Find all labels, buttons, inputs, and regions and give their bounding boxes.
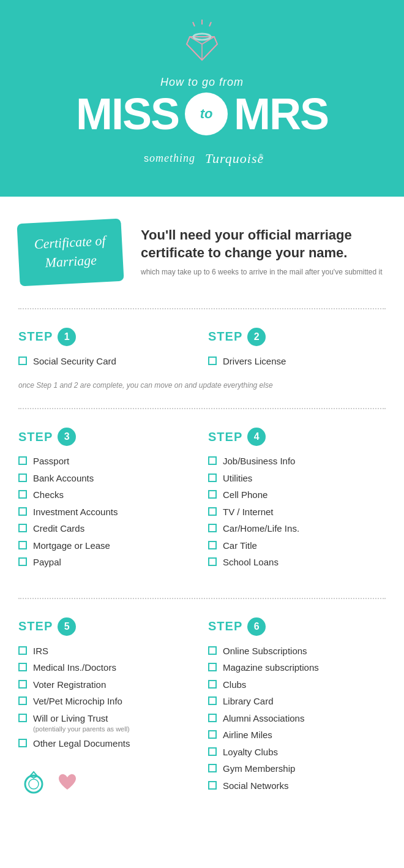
- checkbox-vet[interactable]: [18, 696, 27, 705]
- header-mrs: MRS: [234, 92, 328, 136]
- step-5-will-subtext: (potentially your parents as well): [33, 725, 130, 733]
- checkbox-legal[interactable]: [18, 739, 27, 747]
- step-6-alumni-text: Alumni Associations: [223, 712, 304, 725]
- step-3-item-investment: Investment Accounts: [18, 506, 196, 518]
- step-4-item-car-title: Car Title: [208, 540, 386, 552]
- step-6-number: 6: [247, 617, 266, 636]
- checkbox-loyalty[interactable]: [208, 747, 217, 756]
- step-5-medical-text: Medical Ins./Doctors: [33, 662, 116, 674]
- checkbox-utilities[interactable]: [208, 474, 217, 482]
- step-6-header: STEP 6: [208, 617, 386, 636]
- step-5-item-voter: Voter Registration: [18, 679, 196, 691]
- step-2-col: STEP 2 Drivers License: [208, 328, 386, 372]
- step-3-credit-text: Credit Cards: [33, 523, 84, 535]
- checkbox-cell-phone[interactable]: [208, 490, 217, 499]
- step-4-item-job: Job/Business Info: [208, 455, 386, 467]
- heart-icon: [56, 771, 78, 793]
- step-3-item-bank: Bank Accounts: [18, 472, 196, 485]
- step-2-item-1-text: Drivers License: [223, 355, 286, 368]
- svg-text:®: ®: [259, 153, 263, 159]
- step-6-label: STEP: [208, 619, 242, 633]
- step-4-item-utilities: Utilities: [208, 472, 386, 485]
- checkbox-checks[interactable]: [18, 490, 27, 499]
- step-5-irs-text: IRS: [33, 645, 48, 657]
- checkbox-paypal[interactable]: [18, 557, 27, 566]
- checkbox-voter[interactable]: [18, 680, 27, 689]
- checkbox-library[interactable]: [208, 696, 217, 705]
- step-6-library-text: Library Card: [223, 695, 274, 708]
- checkbox-medical[interactable]: [18, 663, 27, 671]
- step-6-gym-text: Gym Membership: [223, 763, 295, 775]
- checkbox-passport[interactable]: [18, 456, 27, 465]
- diamond-icon: [12, 18, 392, 70]
- step-6-item-clubs: Clubs: [208, 679, 386, 691]
- checkbox-clubs[interactable]: [208, 680, 217, 689]
- step-1-number: 1: [58, 328, 76, 346]
- checkbox-social-security[interactable]: [18, 357, 27, 365]
- header: How to go from MISS to MRS s omething Tu…: [0, 0, 404, 197]
- step-4-header: STEP 4: [208, 428, 386, 446]
- checkbox-school-loans[interactable]: [208, 557, 217, 566]
- brand-name: s omething Turquoise ®: [12, 147, 392, 172]
- step-6-magazine-text: Magazine subscriptions: [223, 662, 319, 674]
- checkbox-credit-cards[interactable]: [18, 524, 27, 532]
- step-4-item-insurance: Car/Home/Life Ins.: [208, 523, 386, 535]
- header-miss: MISS: [76, 92, 179, 136]
- step-3-investment-text: Investment Accounts: [33, 506, 118, 518]
- checkbox-investment[interactable]: [18, 507, 27, 516]
- checkbox-magazine[interactable]: [208, 663, 217, 671]
- step-6-col: STEP 6 Online Subscriptions Magazine sub…: [208, 617, 386, 798]
- checkbox-tv-internet[interactable]: [208, 507, 217, 516]
- checkbox-will[interactable]: [18, 714, 27, 722]
- steps-1-2-row: STEP 1 Social Security Card STEP 2 Drive…: [18, 328, 386, 372]
- cert-heading: You'll need your official marriage certi…: [141, 227, 386, 262]
- checkbox-social[interactable]: [208, 781, 217, 790]
- step-5-number: 5: [58, 617, 76, 636]
- checkbox-car-title[interactable]: [208, 541, 217, 549]
- certificate-section: Certificate of Marriage You'll need your…: [0, 197, 404, 308]
- step-3-checks-text: Checks: [33, 489, 64, 501]
- step-4-school-loans-text: School Loans: [223, 556, 279, 568]
- step-1-col: STEP 1 Social Security Card: [18, 328, 196, 372]
- checkbox-online-sub[interactable]: [208, 646, 217, 655]
- step-5-label: STEP: [18, 619, 53, 633]
- step-4-cell-text: Cell Phone: [223, 489, 267, 501]
- checkbox-irs[interactable]: [18, 646, 27, 655]
- step-3-paypal-text: Paypal: [33, 556, 61, 568]
- step-4-item-cell: Cell Phone: [208, 489, 386, 501]
- step-6-loyalty-text: Loyalty Clubs: [223, 746, 278, 758]
- step-5-voter-text: Voter Registration: [33, 679, 106, 691]
- svg-text:Turquoise: Turquoise: [205, 151, 263, 166]
- step-1-header: STEP 1: [18, 328, 196, 346]
- step-4-tv-text: TV / Internet: [223, 506, 274, 518]
- step-3-col: STEP 3 Passport Bank Accounts Checks Inv…: [18, 428, 196, 573]
- step-6-item-loyalty: Loyalty Clubs: [208, 746, 386, 758]
- header-how-to: How to go from: [12, 76, 392, 89]
- step-3-number: 3: [58, 428, 76, 446]
- cert-card: Certificate of Marriage: [17, 219, 124, 286]
- step-6-social-text: Social Networks: [223, 780, 289, 792]
- checkbox-mortgage[interactable]: [18, 541, 27, 549]
- svg-point-14: [29, 779, 39, 789]
- step-4-number: 4: [247, 428, 266, 446]
- checkbox-insurance[interactable]: [208, 524, 217, 532]
- checkbox-airline[interactable]: [208, 730, 217, 739]
- step-3-passport-text: Passport: [33, 455, 69, 467]
- steps-1-2-section: STEP 1 Social Security Card STEP 2 Drive…: [0, 309, 404, 409]
- cert-subtext: which may take up to 6 weeks to arrive i…: [141, 266, 386, 277]
- step-1-item-1: Social Security Card: [18, 355, 196, 368]
- step-2-item-1: Drivers License: [208, 355, 386, 368]
- checkbox-gym[interactable]: [208, 764, 217, 772]
- step-6-item-magazine: Magazine subscriptions: [208, 662, 386, 674]
- checkbox-job[interactable]: [208, 456, 217, 465]
- step-5-item-legal: Other Legal Documents: [18, 738, 196, 750]
- checkbox-bank-accounts[interactable]: [18, 474, 27, 482]
- step-6-online-sub-text: Online Subscriptions: [223, 645, 307, 657]
- step-5-item-irs: IRS: [18, 645, 196, 657]
- step-2-header: STEP 2: [208, 328, 386, 346]
- checkbox-drivers-license[interactable]: [208, 357, 217, 365]
- step-1-item-1-text: Social Security Card: [33, 355, 116, 368]
- checkbox-alumni[interactable]: [208, 714, 217, 722]
- svg-text:omething: omething: [149, 152, 195, 164]
- step-6-airline-text: Airline Miles: [223, 729, 272, 741]
